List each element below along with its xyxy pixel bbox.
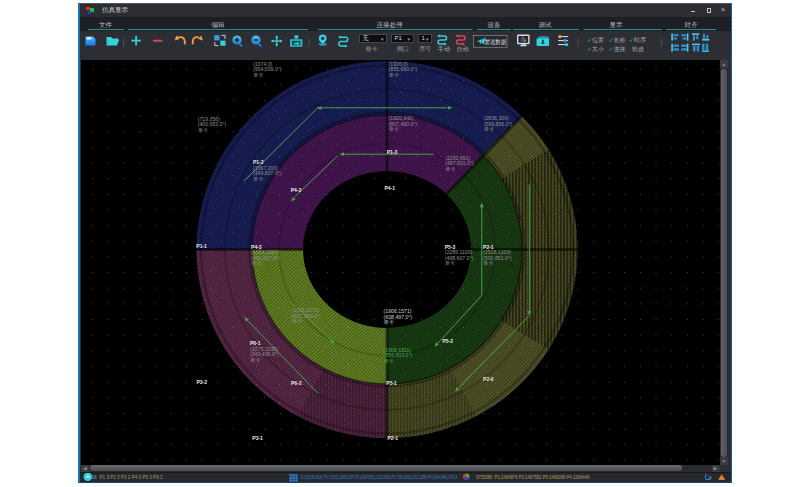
svg-text:P4-2: P4-2	[291, 187, 302, 193]
svg-text:P1-3: P1-3	[387, 149, 398, 155]
svg-text:单卡: 单卡	[251, 260, 261, 266]
svg-text:单卡: 单卡	[253, 176, 263, 182]
svg-text:发送数据: 发送数据	[485, 37, 507, 45]
svg-text:P5-2: P5-2	[442, 338, 453, 344]
svg-text:单卡: 单卡	[445, 260, 455, 266]
svg-text:9753080 P1:2496876 P3:1457552: 9753080 P1:2496876 P3:1457552 P5:1469096…	[476, 475, 590, 480]
svg-text:单卡: 单卡	[384, 358, 394, 364]
svg-text:单卡: 单卡	[389, 126, 399, 132]
svg-text:P3-1: P3-1	[252, 435, 263, 441]
svg-text:单卡: 单卡	[484, 126, 494, 132]
svg-text:16: 16	[92, 475, 98, 480]
svg-text:单卡: 单卡	[250, 357, 260, 363]
svg-text:P2-0: P2-0	[483, 376, 494, 382]
svg-text:单卡: 单卡	[445, 166, 455, 172]
svg-text:单卡: 单卡	[483, 260, 493, 266]
svg-text:[0,0],[3136,2416] P1 (716,0),: [0,0],[3136,2416] P1 (716,0),(1968,1207)…	[301, 476, 458, 481]
svg-text:P4-1: P4-1	[385, 185, 396, 191]
svg-text:P1-1: P1-1	[196, 243, 207, 249]
svg-text:单卡: 单卡	[292, 318, 302, 324]
svg-text:自动: 自动	[456, 45, 468, 52]
svg-text:P1 3 P2 3 P3 2 P4 3 P5 3 P6 2: P1 3 P2 3 P3 2 P4 3 P5 3 P6 2	[100, 475, 163, 480]
svg-text:单卡: 单卡	[389, 72, 399, 78]
svg-text:单卡: 单卡	[253, 72, 263, 78]
svg-text:P6-2: P6-2	[291, 380, 302, 386]
svg-text:P2-1: P2-1	[387, 435, 398, 441]
svg-text:手动: 手动	[437, 44, 450, 51]
svg-text:P5-1: P5-1	[386, 380, 397, 386]
svg-text:P3-2: P3-2	[197, 379, 208, 385]
svg-text:单卡: 单卡	[384, 319, 394, 325]
svg-text:单卡: 单卡	[198, 127, 208, 133]
